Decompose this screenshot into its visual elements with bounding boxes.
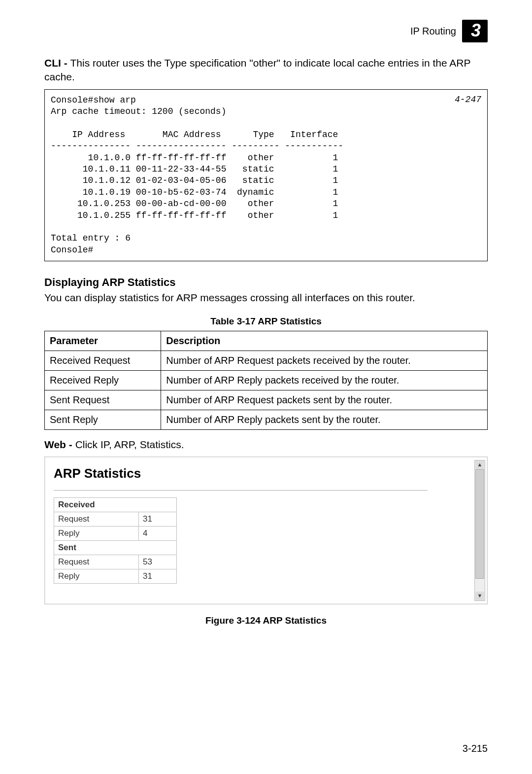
scroll-down-button[interactable]: ▼ bbox=[475, 592, 484, 600]
table-row: Sent Reply Number of ARP Reply packets s… bbox=[45, 410, 488, 429]
web-screenshot: ARP Statistics Received Request 31 Reply… bbox=[44, 457, 488, 604]
received-reply-label: Reply bbox=[54, 526, 139, 540]
figure-caption: Figure 3-124 ARP Statistics bbox=[44, 615, 488, 626]
table-row: Sent Request Number of ARP Request packe… bbox=[45, 390, 488, 410]
page-header: IP Routing 3 bbox=[44, 20, 488, 42]
col-header-parameter: Parameter bbox=[45, 331, 161, 351]
web-label: Web - bbox=[44, 439, 75, 450]
cli-output: Console#show arp Arp cache timeout: 1200… bbox=[51, 95, 481, 256]
web-instruction: Web - Click IP, ARP, Statistics. bbox=[44, 439, 488, 451]
group-received-label: Received bbox=[54, 497, 177, 512]
chapter-badge: 3 bbox=[462, 20, 488, 42]
table-caption: Table 3-17 ARP Statistics bbox=[44, 316, 488, 327]
sent-reply-value: 31 bbox=[139, 569, 177, 583]
sent-request-value: 53 bbox=[139, 555, 177, 569]
header-section-label: IP Routing bbox=[410, 26, 456, 37]
scroll-thumb[interactable] bbox=[475, 469, 484, 579]
cli-intro-text: This router uses the Type specification … bbox=[44, 57, 470, 82]
group-sent-label: Sent bbox=[54, 540, 177, 555]
arp-stats-web-table: Received Request 31 Reply 4 Sent Request… bbox=[54, 497, 177, 584]
cli-label: CLI - bbox=[44, 57, 70, 69]
cli-reference-number: 4-247 bbox=[455, 95, 481, 105]
table-header-row: Parameter Description bbox=[45, 331, 488, 351]
table-row: Received Reply Number of ARP Reply packe… bbox=[45, 370, 488, 390]
table-row: Received Request Number of ARP Request p… bbox=[45, 351, 488, 370]
cli-output-box: 4-247 Console#show arp Arp cache timeout… bbox=[44, 89, 488, 261]
received-reply-value: 4 bbox=[139, 526, 177, 540]
received-request-value: 31 bbox=[139, 512, 177, 526]
scroll-up-button[interactable]: ▲ bbox=[475, 460, 484, 469]
scroll-track[interactable] bbox=[475, 469, 485, 592]
sent-reply-label: Reply bbox=[54, 569, 139, 583]
web-panel-title: ARP Statistics bbox=[54, 466, 478, 481]
section-text: You can display statistics for ARP messa… bbox=[44, 291, 488, 305]
received-request-label: Request bbox=[54, 512, 139, 526]
web-text: Click IP, ARP, Statistics. bbox=[75, 439, 184, 450]
sent-request-label: Request bbox=[54, 555, 139, 569]
section-heading: Displaying ARP Statistics bbox=[44, 276, 488, 289]
page-number: 3-215 bbox=[463, 743, 488, 754]
cli-intro-paragraph: CLI - This router uses the Type specific… bbox=[44, 56, 488, 84]
col-header-description: Description bbox=[161, 331, 488, 351]
arp-statistics-table: Parameter Description Received Request N… bbox=[44, 331, 488, 430]
vertical-scrollbar[interactable]: ▲ ▼ bbox=[474, 460, 485, 601]
divider bbox=[54, 490, 428, 491]
chapter-number: 3 bbox=[471, 22, 481, 39]
